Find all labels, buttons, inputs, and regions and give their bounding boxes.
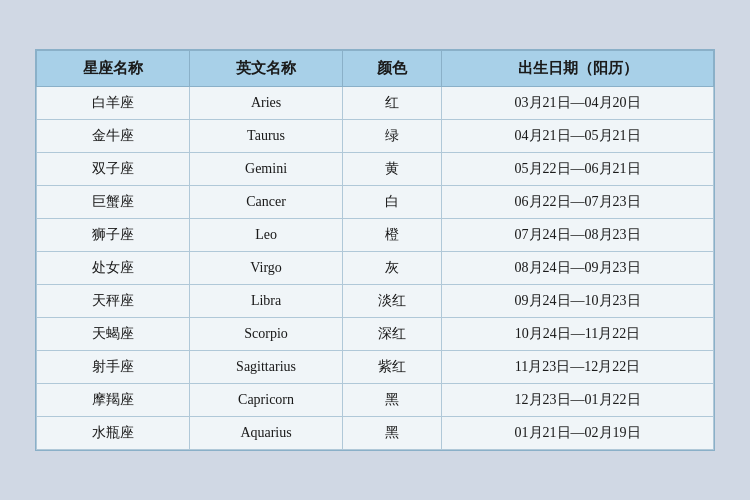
header-zh-name: 星座名称 [37,51,190,87]
cell-en-name: Aquarius [190,417,343,450]
cell-color: 红 [343,87,442,120]
cell-en-name: Taurus [190,120,343,153]
cell-en-name: Aries [190,87,343,120]
cell-date: 05月22日—06月21日 [442,153,714,186]
header-en-name: 英文名称 [190,51,343,87]
cell-date: 03月21日—04月20日 [442,87,714,120]
cell-zh-name: 摩羯座 [37,384,190,417]
zodiac-table: 星座名称 英文名称 颜色 出生日期（阳历） 白羊座Aries红03月21日—04… [36,50,714,450]
table-row: 天秤座Libra淡红09月24日—10月23日 [37,285,714,318]
cell-date: 08月24日—09月23日 [442,252,714,285]
table-row: 处女座Virgo灰08月24日—09月23日 [37,252,714,285]
table-header-row: 星座名称 英文名称 颜色 出生日期（阳历） [37,51,714,87]
cell-en-name: Leo [190,219,343,252]
cell-en-name: Capricorn [190,384,343,417]
cell-color: 橙 [343,219,442,252]
cell-date: 11月23日—12月22日 [442,351,714,384]
table-row: 天蝎座Scorpio深红10月24日—11月22日 [37,318,714,351]
table-row: 摩羯座Capricorn黑12月23日—01月22日 [37,384,714,417]
table-row: 巨蟹座Cancer白06月22日—07月23日 [37,186,714,219]
cell-date: 09月24日—10月23日 [442,285,714,318]
cell-zh-name: 狮子座 [37,219,190,252]
table-row: 金牛座Taurus绿04月21日—05月21日 [37,120,714,153]
cell-en-name: Gemini [190,153,343,186]
cell-color: 深红 [343,318,442,351]
cell-date: 10月24日—11月22日 [442,318,714,351]
table-row: 射手座Sagittarius紫红11月23日—12月22日 [37,351,714,384]
cell-date: 12月23日—01月22日 [442,384,714,417]
cell-zh-name: 水瓶座 [37,417,190,450]
cell-color: 灰 [343,252,442,285]
cell-en-name: Libra [190,285,343,318]
cell-en-name: Cancer [190,186,343,219]
cell-zh-name: 白羊座 [37,87,190,120]
cell-color: 白 [343,186,442,219]
cell-zh-name: 天秤座 [37,285,190,318]
table-row: 水瓶座Aquarius黑01月21日—02月19日 [37,417,714,450]
header-date: 出生日期（阳历） [442,51,714,87]
table-row: 白羊座Aries红03月21日—04月20日 [37,87,714,120]
cell-color: 黑 [343,384,442,417]
cell-zh-name: 天蝎座 [37,318,190,351]
table-row: 狮子座Leo橙07月24日—08月23日 [37,219,714,252]
cell-date: 04月21日—05月21日 [442,120,714,153]
cell-zh-name: 金牛座 [37,120,190,153]
cell-zh-name: 处女座 [37,252,190,285]
cell-en-name: Scorpio [190,318,343,351]
table-row: 双子座Gemini黄05月22日—06月21日 [37,153,714,186]
cell-color: 淡红 [343,285,442,318]
cell-color: 绿 [343,120,442,153]
cell-date: 07月24日—08月23日 [442,219,714,252]
header-color: 颜色 [343,51,442,87]
cell-en-name: Virgo [190,252,343,285]
cell-zh-name: 双子座 [37,153,190,186]
cell-zh-name: 射手座 [37,351,190,384]
cell-date: 01月21日—02月19日 [442,417,714,450]
cell-zh-name: 巨蟹座 [37,186,190,219]
cell-date: 06月22日—07月23日 [442,186,714,219]
cell-color: 紫红 [343,351,442,384]
cell-en-name: Sagittarius [190,351,343,384]
zodiac-table-container: 星座名称 英文名称 颜色 出生日期（阳历） 白羊座Aries红03月21日—04… [35,49,715,451]
cell-color: 黄 [343,153,442,186]
cell-color: 黑 [343,417,442,450]
